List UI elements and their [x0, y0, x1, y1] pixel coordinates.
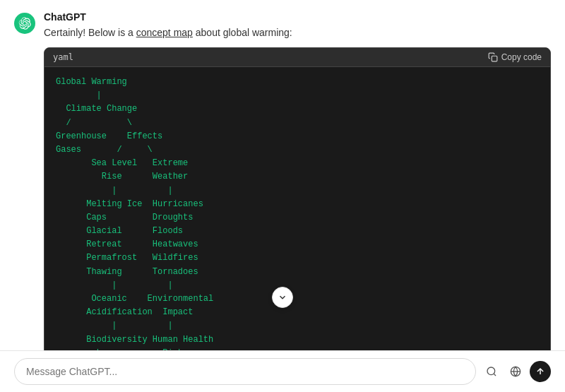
avatar	[14, 13, 35, 34]
browse-icon-button[interactable]	[506, 362, 525, 381]
message-text: Certainly! Below is a concept map about …	[44, 25, 551, 40]
send-button[interactable]	[530, 361, 551, 382]
copy-label: Copy code	[501, 52, 542, 62]
sender-name: ChatGPT	[44, 11, 551, 23]
copy-code-button[interactable]: Copy code	[488, 52, 542, 62]
search-icon-button[interactable]	[482, 362, 501, 381]
message-content: ChatGPT Certainly! Below is a concept ma…	[44, 11, 551, 350]
code-block-header: yaml Copy code	[44, 48, 550, 67]
input-area	[0, 350, 565, 392]
svg-rect-0	[492, 56, 497, 61]
code-content: Global Warming | Climate Change / \ Gree…	[56, 76, 539, 350]
chat-container: ChatGPT Certainly! Below is a concept ma…	[0, 0, 565, 350]
svg-point-1	[487, 367, 495, 375]
concept-map-link[interactable]: concept map	[136, 27, 193, 38]
input-icons	[482, 361, 551, 382]
svg-line-2	[494, 374, 496, 376]
code-lang: yaml	[53, 52, 73, 62]
code-block-body[interactable]: Global Warming | Climate Change / \ Gree…	[44, 67, 550, 350]
code-block: yaml Copy code Global Warming | Climate …	[44, 47, 551, 350]
scroll-down-button[interactable]	[272, 287, 293, 308]
chat-input[interactable]	[14, 358, 476, 385]
